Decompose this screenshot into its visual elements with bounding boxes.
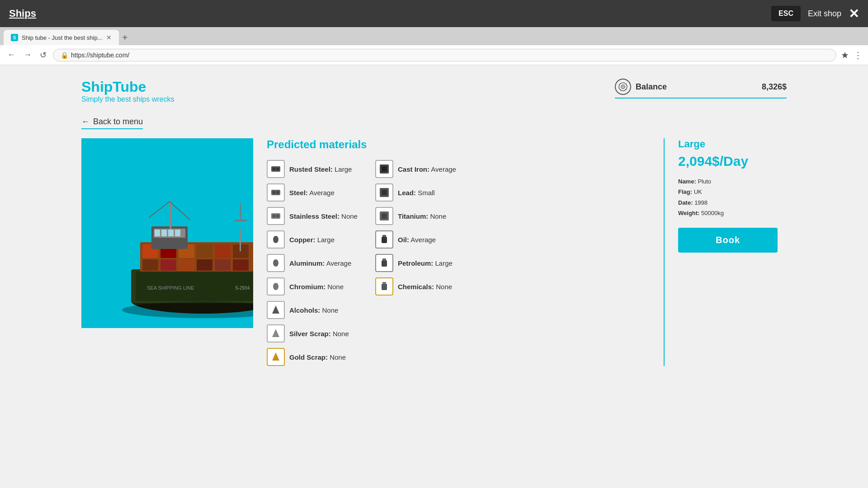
nav-back-button[interactable]: ← — [5, 48, 17, 61]
logo-subtitle: Simply the best ships wrecks — [81, 95, 174, 103]
svg-line-27 — [170, 202, 190, 220]
svg-rect-25 — [170, 202, 171, 229]
material-rusted-steel: Rusted Steel: Large — [267, 160, 366, 178]
material-chromium: Chromium: None — [267, 277, 366, 296]
flag-value: UK — [694, 188, 702, 195]
svg-rect-18 — [233, 259, 249, 271]
book-button[interactable]: Book — [678, 228, 778, 253]
material-gold-scrap: Gold Scrap: None — [267, 348, 366, 366]
svg-rect-41 — [273, 215, 275, 217]
material-label: Titanium: None — [398, 212, 446, 220]
weight-value: 50000kg — [701, 210, 724, 216]
svg-rect-50 — [382, 166, 387, 172]
material-label: Copper: Large — [289, 236, 335, 244]
svg-rect-17 — [215, 259, 231, 271]
logo-area: ShipTube Simply the best ships wrecks — [81, 79, 174, 103]
lock-icon: 🔒 — [61, 52, 68, 59]
bookmark-icon[interactable]: ★ — [841, 50, 849, 61]
svg-marker-47 — [272, 329, 279, 337]
svg-rect-55 — [382, 237, 387, 243]
tab-bar: S Ship tube - Just the best ship... ✕ + — [0, 27, 868, 45]
svg-rect-24 — [175, 230, 180, 236]
material-label: Lead: Small — [398, 189, 435, 197]
exit-shop-label[interactable]: Exit shop — [808, 9, 841, 19]
svg-text:S-2934: S-2934 — [235, 286, 250, 291]
svg-rect-22 — [161, 230, 167, 236]
address-bar: ← → ↺ 🔒 https://shiptube.com/ ★ ⋮ — [0, 45, 868, 65]
logo-title: ShipTube — [81, 79, 174, 95]
material-copper: Copper: Large — [267, 230, 366, 249]
svg-rect-11 — [215, 244, 231, 258]
material-label: Silver Scrap: None — [289, 330, 349, 338]
material-label: Aluminum: Average — [289, 259, 351, 267]
silver-scrap-icon — [267, 324, 285, 343]
material-label: Petroleum: Large — [398, 259, 453, 267]
weight-label: Weight: — [678, 210, 699, 216]
svg-point-2 — [622, 86, 623, 88]
price-per-day: 2,094$/Day — [678, 154, 778, 169]
new-tab-button[interactable]: + — [119, 30, 132, 45]
tab-label: Ship tube - Just the best ship... — [22, 34, 103, 41]
back-arrow-icon: ← — [81, 117, 90, 127]
page-content: ShipTube Simply the best ships wrecks Ba… — [0, 65, 868, 488]
ship-size: Large — [678, 138, 778, 150]
nav-forward-button[interactable]: → — [22, 48, 33, 61]
svg-rect-42 — [276, 215, 279, 217]
gold-scrap-icon — [267, 348, 285, 366]
material-label: Gold Scrap: None — [289, 353, 346, 361]
material-lead: Lead: Small — [375, 183, 475, 202]
back-to-menu-button[interactable]: ← Back to menu — [81, 117, 143, 129]
material-label: Stainless Steel: None — [289, 212, 358, 220]
svg-rect-38 — [273, 191, 275, 194]
balance-icon — [615, 79, 631, 95]
ship-image-area: SEA SHIPPING LINE S-2934 — [81, 138, 253, 328]
svg-rect-56 — [382, 235, 386, 237]
svg-rect-16 — [197, 259, 212, 271]
material-label: Oil: Average — [398, 236, 436, 244]
tab-close-icon[interactable]: ✕ — [106, 34, 112, 41]
material-steel: Steel: Average — [267, 183, 366, 202]
predicted-materials-title: Predicted materials — [267, 138, 646, 151]
address-text: https://shiptube.com/ — [71, 52, 129, 59]
aluminum-icon — [267, 254, 285, 272]
svg-rect-58 — [382, 258, 386, 261]
section-divider — [664, 138, 665, 366]
close-window-icon[interactable]: ✕ — [849, 6, 859, 21]
svg-rect-29 — [235, 220, 246, 221]
browser-controls: ESC Exit shop ✕ — [771, 6, 859, 21]
svg-rect-44 — [273, 259, 278, 267]
material-titanium: Titanium: None — [375, 207, 475, 225]
balance-value: 8,326$ — [762, 82, 787, 92]
svg-rect-60 — [382, 282, 386, 284]
svg-rect-39 — [276, 191, 279, 194]
material-chemicals: Chemicals: None — [375, 277, 475, 296]
name-label: Name: — [678, 178, 696, 185]
svg-rect-15 — [179, 259, 194, 271]
material-label: Cast Iron: Average — [398, 165, 456, 173]
material-label: Alcohols: None — [289, 306, 338, 314]
svg-marker-46 — [272, 305, 279, 314]
browser-tab[interactable]: S Ship tube - Just the best ship... ✕ — [4, 30, 119, 45]
material-label: Chromium: None — [289, 283, 344, 291]
svg-rect-35 — [273, 168, 275, 170]
chemicals-icon — [375, 277, 393, 296]
materials-right-column: Cast Iron: Average Lead: Small Titanium:… — [375, 160, 475, 366]
main-section: SEA SHIPPING LINE S-2934 Predicted mater… — [81, 138, 787, 366]
svg-line-28 — [149, 202, 170, 217]
material-cast-iron: Cast Iron: Average — [375, 160, 475, 178]
materials-section: Predicted materials Rusted Steel: Large — [253, 138, 659, 366]
nav-refresh-button[interactable]: ↺ — [38, 48, 48, 62]
browser-menu-icon[interactable]: ⋮ — [854, 50, 863, 61]
svg-rect-10 — [197, 244, 212, 258]
esc-button[interactable]: ESC — [771, 6, 801, 21]
rusted-steel-icon — [267, 160, 285, 178]
material-silver-scrap: Silver Scrap: None — [267, 324, 366, 343]
material-petroleum: Petroleum: Large — [375, 254, 475, 272]
alcohols-icon — [267, 301, 285, 319]
address-input[interactable]: 🔒 https://shiptube.com/ — [53, 49, 836, 61]
svg-rect-59 — [382, 284, 387, 290]
svg-rect-13 — [142, 259, 158, 271]
svg-rect-23 — [168, 230, 174, 236]
material-alcohols: Alcohols: None — [267, 301, 366, 319]
materials-left-column: Rusted Steel: Large Steel: Average Stain… — [267, 160, 366, 366]
